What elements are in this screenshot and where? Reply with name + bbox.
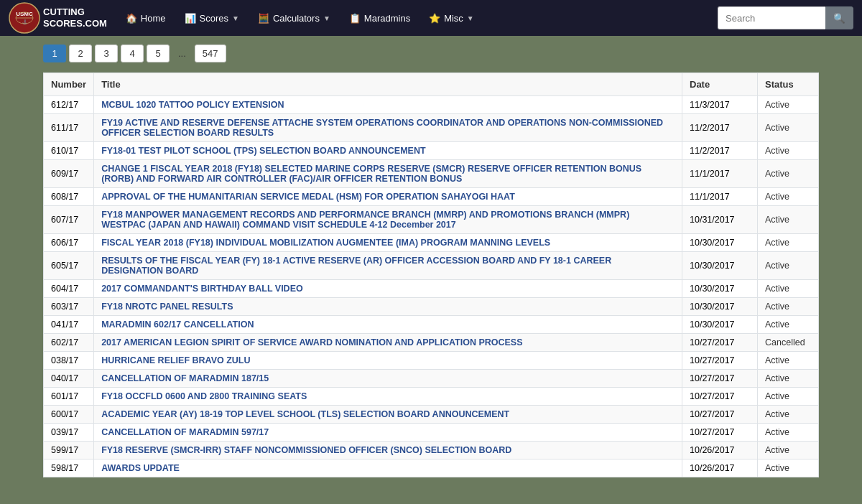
search-icon: 🔍 xyxy=(833,13,845,24)
search-input[interactable] xyxy=(718,6,825,29)
cell-status: Active xyxy=(758,370,819,388)
cell-status: Active xyxy=(758,234,819,252)
cell-title[interactable]: CANCELLATION OF MARADMIN 187/15 xyxy=(94,370,682,388)
table-row[interactable]: 611/17FY19 ACTIVE AND RESERVE DEFENSE AT… xyxy=(44,114,819,142)
table-row[interactable]: 606/17FISCAL YEAR 2018 (FY18) INDIVIDUAL… xyxy=(44,234,819,252)
page-5-button[interactable]: 5 xyxy=(147,45,170,62)
table-row[interactable]: 600/17ACADEMIC YEAR (AY) 18-19 TOP LEVEL… xyxy=(44,406,819,424)
table-row[interactable]: 610/17FY18-01 TEST PILOT SCHOOL (TPS) SE… xyxy=(44,142,819,160)
table-row[interactable]: 039/17CANCELLATION OF MARADMIN 597/1710/… xyxy=(44,424,819,442)
brand: USMC ⚓ CUTTING SCORES.COM xyxy=(9,2,107,34)
scores-icon: 📊 xyxy=(185,13,196,24)
cell-status: Active xyxy=(758,388,819,406)
cell-title[interactable]: FY18 MANPOWER MANAGEMENT RECORDS AND PER… xyxy=(94,206,682,234)
cell-title[interactable]: FY18 OCCFLD 0600 AND 2800 TRAINING SEATS xyxy=(94,388,682,406)
cell-status: Active xyxy=(758,424,819,442)
page-ellipsis: ... xyxy=(172,45,192,62)
table-row[interactable]: 603/17FY18 NROTC PANEL RESULTS10/30/2017… xyxy=(44,298,819,316)
maradmins-icon: 📋 xyxy=(349,13,361,24)
cell-status: Active xyxy=(758,114,819,142)
home-button[interactable]: 🏠 Home xyxy=(117,9,175,28)
cell-number: 606/17 xyxy=(44,234,94,252)
cell-status: Cancelled xyxy=(758,334,819,352)
cell-number: 612/17 xyxy=(44,96,94,114)
cell-status: Active xyxy=(758,298,819,316)
nav-items: 🏠 Home 📊 Scores ▼ 🧮 Calculators ▼ 📋 Mara… xyxy=(117,9,715,28)
cell-date: 10/30/2017 xyxy=(682,252,758,280)
cell-title[interactable]: 2017 COMMANDANT'S BIRTHDAY BALL VIDEO xyxy=(94,280,682,298)
calculators-icon: 🧮 xyxy=(258,13,269,24)
svg-text:⚓: ⚓ xyxy=(22,19,28,25)
table-row[interactable]: 040/17CANCELLATION OF MARADMIN 187/1510/… xyxy=(44,370,819,388)
table-row[interactable]: 608/17APPROVAL OF THE HUMANITARIAN SERVI… xyxy=(44,188,819,206)
cell-title[interactable]: ACADEMIC YEAR (AY) 18-19 TOP LEVEL SCHOO… xyxy=(94,406,682,424)
table-row[interactable]: 607/17FY18 MANPOWER MANAGEMENT RECORDS A… xyxy=(44,206,819,234)
header-status: Status xyxy=(758,73,819,96)
cell-status: Active xyxy=(758,459,819,477)
table-row[interactable]: 609/17CHANGE 1 FISCAL YEAR 2018 (FY18) S… xyxy=(44,160,819,188)
cell-number: 608/17 xyxy=(44,188,94,206)
header-title: Title xyxy=(94,73,682,96)
cell-title[interactable]: FY18 NROTC PANEL RESULTS xyxy=(94,298,682,316)
cell-title[interactable]: CHANGE 1 FISCAL YEAR 2018 (FY18) SELECTE… xyxy=(94,160,682,188)
cell-title[interactable]: FISCAL YEAR 2018 (FY18) INDIVIDUAL MOBIL… xyxy=(94,234,682,252)
table-row[interactable]: 604/172017 COMMANDANT'S BIRTHDAY BALL VI… xyxy=(44,280,819,298)
cell-status: Active xyxy=(758,252,819,280)
cell-title[interactable]: 2017 AMERICAN LEGION SPIRIT OF SERVICE A… xyxy=(94,334,682,352)
cell-title[interactable]: CANCELLATION OF MARADMIN 597/17 xyxy=(94,424,682,442)
cell-status: Active xyxy=(758,352,819,370)
cell-title[interactable]: MCBUL 1020 TATTOO POLICY EXTENSION xyxy=(94,96,682,114)
maradmins-button[interactable]: 📋 Maradmins xyxy=(340,9,419,28)
cell-number: 038/17 xyxy=(44,352,94,370)
data-table: Number Title Date Status 612/17MCBUL 102… xyxy=(43,73,819,477)
cell-status: Active xyxy=(758,280,819,298)
cell-date: 10/30/2017 xyxy=(682,298,758,316)
table-row[interactable]: 041/17MARADMIN 602/17 CANCELLATION10/30/… xyxy=(44,316,819,334)
cell-title[interactable]: FY18-01 TEST PILOT SCHOOL (TPS) SELECTIO… xyxy=(94,142,682,160)
cell-status: Active xyxy=(758,96,819,114)
table-row[interactable]: 602/172017 AMERICAN LEGION SPIRIT OF SER… xyxy=(44,334,819,352)
cell-status: Active xyxy=(758,406,819,424)
table-row[interactable]: 612/17MCBUL 1020 TATTOO POLICY EXTENSION… xyxy=(44,96,819,114)
cell-title[interactable]: FY19 ACTIVE AND RESERVE DEFENSE ATTACHE … xyxy=(94,114,682,142)
misc-button[interactable]: ⭐ Misc ▼ xyxy=(420,9,483,28)
brand-logo: USMC ⚓ xyxy=(9,2,40,34)
cell-number: 039/17 xyxy=(44,424,94,442)
cell-title[interactable]: MARADMIN 602/17 CANCELLATION xyxy=(94,316,682,334)
table-row[interactable]: 605/17RESULTS OF THE FISCAL YEAR (FY) 18… xyxy=(44,252,819,280)
cell-title[interactable]: AWARDS UPDATE xyxy=(94,459,682,477)
cell-date: 10/31/2017 xyxy=(682,206,758,234)
cell-number: 602/17 xyxy=(44,334,94,352)
calculators-button[interactable]: 🧮 Calculators ▼ xyxy=(249,9,339,28)
page-1-button[interactable]: 1 xyxy=(43,45,66,62)
misc-caret: ▼ xyxy=(467,14,474,22)
pagination: 1 2 3 4 5 ... 547 xyxy=(43,45,819,62)
cell-number: 041/17 xyxy=(44,316,94,334)
cell-status: Active xyxy=(758,160,819,188)
search-button[interactable]: 🔍 xyxy=(825,6,853,29)
scores-button[interactable]: 📊 Scores ▼ xyxy=(176,9,248,28)
cell-title[interactable]: FY18 RESERVE (SMCR-IRR) STAFF NONCOMMISS… xyxy=(94,442,682,459)
table-row[interactable]: 038/17HURRICANE RELIEF BRAVO ZULU10/27/2… xyxy=(44,352,819,370)
table-row[interactable]: 598/17AWARDS UPDATE10/26/2017Active xyxy=(44,459,819,477)
cell-title[interactable]: HURRICANE RELIEF BRAVO ZULU xyxy=(94,352,682,370)
cell-number: 611/17 xyxy=(44,114,94,142)
page-2-button[interactable]: 2 xyxy=(69,45,92,62)
misc-icon: ⭐ xyxy=(429,13,440,24)
home-icon: 🏠 xyxy=(126,13,137,24)
cell-number: 599/17 xyxy=(44,442,94,459)
brand-name: CUTTING SCORES.COM xyxy=(43,6,107,29)
page-3-button[interactable]: 3 xyxy=(95,45,118,62)
header-number: Number xyxy=(44,73,94,96)
cell-number: 603/17 xyxy=(44,298,94,316)
page-4-button[interactable]: 4 xyxy=(121,45,144,62)
cell-title[interactable]: APPROVAL OF THE HUMANITARIAN SERVICE MED… xyxy=(94,188,682,206)
cell-title[interactable]: RESULTS OF THE FISCAL YEAR (FY) 18-1 ACT… xyxy=(94,252,682,280)
cell-date: 10/27/2017 xyxy=(682,334,758,352)
table-row[interactable]: 601/17FY18 OCCFLD 0600 AND 2800 TRAINING… xyxy=(44,388,819,406)
table-row[interactable]: 599/17FY18 RESERVE (SMCR-IRR) STAFF NONC… xyxy=(44,442,819,459)
page-last-button[interactable]: 547 xyxy=(195,45,226,62)
misc-label: Misc xyxy=(444,13,463,24)
navbar: USMC ⚓ CUTTING SCORES.COM 🏠 Home 📊 Score… xyxy=(0,0,862,36)
cell-date: 10/27/2017 xyxy=(682,352,758,370)
